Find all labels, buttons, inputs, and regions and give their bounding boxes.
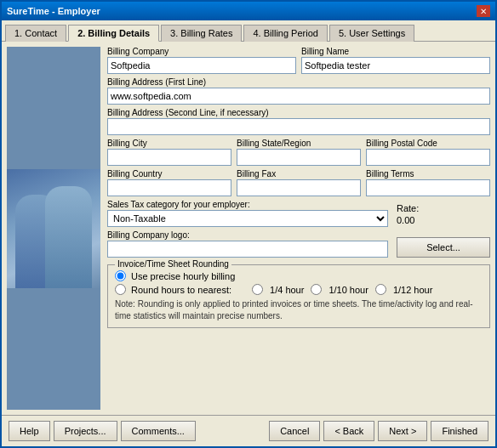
row-company-name: Billing Company Billing Name — [107, 47, 490, 74]
billing-name-input[interactable] — [301, 57, 490, 74]
row-logo: Billing Company logo: Select... — [107, 230, 490, 258]
group-country: Billing Country — [107, 169, 231, 196]
sales-tax-label: Sales Tax category for your employer: — [107, 200, 388, 209]
title-bar: SureTime - Employer ✕ — [2, 2, 495, 20]
row-city-state-postal: Billing City Billing State/Region Billin… — [107, 139, 490, 166]
radio-nearest[interactable] — [115, 284, 126, 295]
sub-radio-row: 1/4 hour 1/10 hour 1/12 hour — [252, 284, 432, 295]
billing-logo-label: Billing Company logo: — [107, 230, 388, 240]
billing-city-label: Billing City — [107, 139, 231, 148]
billing-address2-input[interactable] — [107, 118, 490, 135]
tab-contact[interactable]: 1. Contact — [5, 25, 66, 42]
row-address1: Billing Address (First Line) — [107, 77, 490, 105]
close-button[interactable]: ✕ — [477, 5, 490, 17]
billing-terms-label: Billing Terms — [366, 169, 490, 179]
billing-country-input[interactable] — [107, 179, 231, 196]
radio-tenth-label: 1/10 hour — [328, 285, 368, 295]
group-postal: Billing Postal Code — [366, 139, 490, 166]
tab-bar: 1. Contact 2. Billing Details 3. Billing… — [2, 20, 495, 42]
tab-billing-details[interactable]: 2. Billing Details — [68, 25, 159, 42]
back-button[interactable]: < Back — [323, 421, 374, 441]
tab-billing-rates[interactable]: 3. Billing Rates — [161, 25, 242, 42]
billing-address1-label: Billing Address (First Line) — [107, 77, 490, 87]
radio-tenth[interactable] — [311, 284, 322, 295]
radio-quarter-label: 1/4 hour — [270, 285, 304, 295]
group-address2: Billing Address (Second Line, if necessa… — [107, 108, 490, 135]
radio-nearest-label: Round hours to nearest: — [131, 285, 231, 295]
group-city: Billing City — [107, 139, 231, 166]
radio-twelfth-label: 1/12 hour — [393, 285, 432, 295]
photo-image — [7, 169, 100, 288]
rate-value: 0.00 — [397, 213, 490, 227]
finished-button[interactable]: Finished — [431, 421, 488, 441]
tab-user-settings[interactable]: 5. User Settings — [329, 25, 414, 42]
group-state: Billing State/Region — [237, 139, 361, 166]
billing-city-input[interactable] — [107, 149, 231, 166]
billing-terms-input[interactable] — [366, 179, 490, 196]
tab-billing-period[interactable]: 4. Billing Period — [243, 25, 327, 42]
radio-quarter[interactable] — [252, 284, 263, 295]
cancel-button[interactable]: Cancel — [269, 421, 320, 441]
select-button[interactable]: Select... — [397, 237, 490, 258]
billing-address2-label: Billing Address (Second Line, if necessa… — [107, 108, 490, 117]
billing-postal-label: Billing Postal Code — [366, 139, 490, 148]
projects-button[interactable]: Projects... — [54, 421, 117, 441]
rate-label: Rate: — [397, 203, 490, 213]
photo-panel — [7, 47, 100, 410]
billing-state-input[interactable] — [237, 149, 361, 166]
billing-postal-input[interactable] — [366, 149, 490, 166]
group-rate: Rate: 0.00 — [393, 203, 490, 227]
sales-tax-select[interactable]: Non-Taxable — [107, 210, 388, 227]
next-button[interactable]: Next > — [378, 421, 427, 441]
group-sales-tax: Sales Tax category for your employer: No… — [107, 200, 388, 227]
billing-address1-input[interactable] — [107, 88, 490, 105]
main-window: SureTime - Employer ✕ 1. Contact 2. Bill… — [0, 0, 497, 448]
select-btn-container: Select... — [393, 237, 490, 258]
row-salestax-rate: Sales Tax category for your employer: No… — [107, 200, 490, 227]
group-logo: Billing Company logo: — [107, 230, 388, 258]
radio-row-precise: Use precise hourly billing — [115, 270, 483, 281]
rounding-box: Invoice/Time Sheet Rounding Use precise … — [107, 264, 490, 328]
billing-name-label: Billing Name — [301, 47, 490, 56]
comments-button[interactable]: Comments... — [121, 421, 196, 441]
group-address1: Billing Address (First Line) — [107, 77, 490, 105]
group-billing-company: Billing Company — [107, 47, 296, 74]
billing-fax-input[interactable] — [237, 179, 361, 196]
row-address2: Billing Address (Second Line, if necessa… — [107, 108, 490, 135]
billing-company-input[interactable] — [107, 57, 296, 74]
row-country-fax-terms: Billing Country Billing Fax Billing Term… — [107, 169, 490, 196]
billing-state-label: Billing State/Region — [237, 139, 361, 148]
window-title: SureTime - Employer — [7, 6, 100, 16]
form-panel: Billing Company Billing Name Billing Add… — [107, 47, 490, 410]
billing-country-label: Billing Country — [107, 169, 231, 179]
radio-twelfth[interactable] — [375, 284, 386, 295]
rounding-legend: Invoice/Time Sheet Rounding — [115, 259, 231, 269]
radio-precise-label: Use precise hourly billing — [131, 271, 235, 281]
group-fax: Billing Fax — [237, 169, 361, 196]
group-terms: Billing Terms — [366, 169, 490, 196]
billing-fax-label: Billing Fax — [237, 169, 361, 179]
footer: Help Projects... Comments... Cancel < Ba… — [2, 415, 495, 446]
billing-logo-input[interactable] — [107, 241, 388, 258]
content-area: Billing Company Billing Name Billing Add… — [2, 42, 495, 415]
billing-company-label: Billing Company — [107, 47, 296, 56]
radio-row-nearest: Round hours to nearest: 1/4 hour 1/10 ho… — [115, 284, 483, 295]
group-billing-name: Billing Name — [301, 47, 490, 74]
help-button[interactable]: Help — [9, 421, 50, 441]
radio-precise[interactable] — [115, 270, 126, 281]
rounding-note: Note: Rounding is only applied to printe… — [115, 298, 483, 322]
footer-left: Help Projects... Comments... — [9, 421, 196, 441]
footer-right: Cancel < Back Next > Finished — [269, 421, 488, 441]
